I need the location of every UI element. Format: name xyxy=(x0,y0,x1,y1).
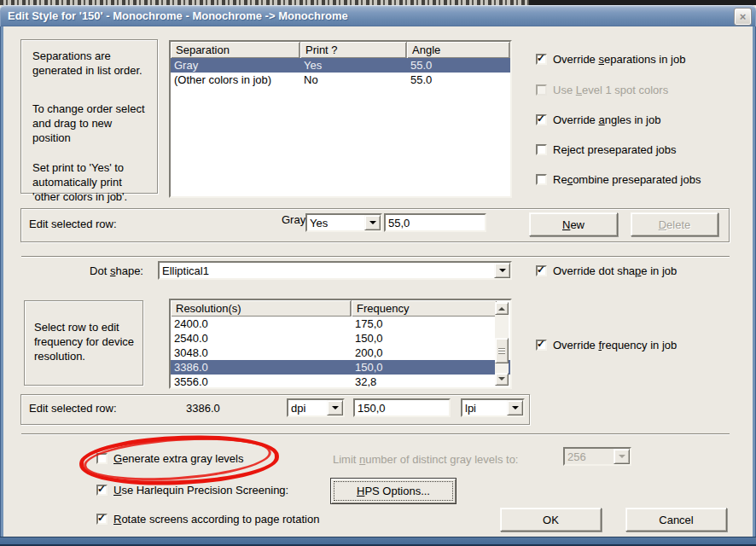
cell-frequency[interactable]: 200,0 xyxy=(352,346,497,360)
resolution-row-selected[interactable]: 3386.0 150,0 xyxy=(171,360,510,375)
column-header-angle[interactable]: Angle xyxy=(407,42,510,58)
dropdown-arrow-icon[interactable] xyxy=(364,215,381,230)
lpi-dropdown-value[interactable]: lpi xyxy=(462,400,507,415)
table-row-gray[interactable]: Gray Yes 55.0 xyxy=(171,58,510,73)
scrollbar-thumb[interactable] xyxy=(495,338,509,363)
resolution-row[interactable]: 2400.0 175,0 xyxy=(171,317,510,331)
column-header-frequency[interactable]: Frequency xyxy=(352,300,497,317)
angle-input[interactable] xyxy=(384,213,486,232)
checkbox-override-separations[interactable]: Override separations in job xyxy=(536,53,685,66)
dropdown-arrow-icon xyxy=(614,449,630,464)
section-separator xyxy=(21,256,730,258)
close-button[interactable]: × xyxy=(734,8,752,26)
checkbox-box[interactable] xyxy=(536,340,547,351)
ok-button[interactable]: OK xyxy=(500,508,602,531)
vertical-scrollbar[interactable] xyxy=(495,302,509,386)
gray-levels-limit-dropdown: 256 xyxy=(563,447,631,466)
checkbox-box[interactable] xyxy=(96,514,108,525)
checkbox-box[interactable] xyxy=(536,54,547,65)
resolution-table-header: Resolution(s) Frequency xyxy=(171,300,510,317)
lpi-unit-dropdown[interactable]: lpi xyxy=(461,398,525,417)
cell-print[interactable]: Yes xyxy=(300,58,407,73)
cell-resolution[interactable]: 3556.0 xyxy=(171,375,352,389)
checkbox-override-frequency[interactable]: Override frequency in job xyxy=(536,339,677,351)
checkbox-box[interactable] xyxy=(96,453,108,464)
checkbox-reject-preseparated[interactable]: Reject preseparated jobs xyxy=(536,143,677,156)
section-separator xyxy=(21,433,730,435)
selected-resolution-value: 3386.0 xyxy=(186,402,220,415)
instruction-paragraph-1: Separations are generated in list order. xyxy=(32,49,150,78)
scroll-up-icon[interactable] xyxy=(495,302,509,315)
frequency-hint-text: Select row to edit frequency for device … xyxy=(25,301,142,363)
window-border-bottom xyxy=(0,537,756,546)
checkbox-use-hps[interactable]: Use Harlequin Precision Screening: xyxy=(96,484,288,497)
checkbox-box[interactable] xyxy=(536,265,547,276)
checkbox-box xyxy=(536,84,547,96)
dropdown-arrow-icon[interactable] xyxy=(507,400,523,415)
checkbox-use-level1-spot-colors: Use Level 1 spot colors xyxy=(536,84,668,96)
instruction-paragraph-2: To change order select and drag to new p… xyxy=(32,102,150,145)
column-header-print[interactable]: Print ? xyxy=(300,42,407,58)
titlebar[interactable]: Edit Style for '150' - Monochrome - Mono… xyxy=(0,5,756,26)
checkbox-box[interactable] xyxy=(536,174,547,185)
cancel-button[interactable]: Cancel xyxy=(625,508,727,531)
resolution-row[interactable]: 3556.0 32,8 xyxy=(171,375,510,389)
checkbox-label: Rotate screens according to page rotatio… xyxy=(113,513,319,526)
checkbox-label: Override separations in job xyxy=(553,53,685,66)
print-dropdown[interactable]: Yes xyxy=(305,213,382,232)
checkbox-label: Use Harlequin Precision Screening: xyxy=(113,484,288,497)
dot-shape-label: Dot shape: xyxy=(68,264,143,277)
checkbox-generate-extra-gray-levels[interactable]: Generate extra gray levels xyxy=(96,452,243,465)
table-row-other-colors[interactable]: (Other colors in job) No 55.0 xyxy=(171,73,510,87)
window-border-right xyxy=(753,26,756,537)
cell-resolution[interactable]: 2400.0 xyxy=(171,317,352,331)
checkbox-override-angles[interactable]: Override angles in job xyxy=(536,113,660,126)
cell-separation[interactable]: (Other colors in job) xyxy=(171,73,300,87)
screen: Edit Style for '150' - Monochrome - Mono… xyxy=(0,0,756,546)
column-header-resolution[interactable]: Resolution(s) xyxy=(171,300,352,317)
cell-angle[interactable]: 55.0 xyxy=(407,73,510,87)
dropdown-arrow-icon[interactable] xyxy=(327,400,343,415)
dot-shape-dropdown[interactable]: Elliptical1 xyxy=(158,261,512,280)
scroll-down-icon[interactable] xyxy=(495,373,509,386)
dpi-dropdown-value[interactable]: dpi xyxy=(288,400,327,415)
new-button-label: New xyxy=(562,218,584,231)
dropdown-arrow-icon[interactable] xyxy=(494,263,510,278)
resolution-table[interactable]: Resolution(s) Frequency 2400.0 175,0 254… xyxy=(169,299,512,389)
frequency-hint-box: Select row to edit frequency for device … xyxy=(24,300,143,386)
checkbox-override-dot-shape[interactable]: Override dot shape in job xyxy=(536,264,677,277)
cell-angle[interactable]: 55.0 xyxy=(407,58,510,73)
checkbox-recombine-preseparated[interactable]: Recombine preseparated jobs xyxy=(536,173,701,186)
cell-frequency[interactable]: 150,0 xyxy=(352,331,497,346)
gray-levels-limit-value: 256 xyxy=(565,449,614,464)
resolution-row[interactable]: 3048.0 200,0 xyxy=(171,346,510,360)
hps-options-button[interactable]: HPS Options... xyxy=(330,478,457,504)
frequency-input[interactable] xyxy=(353,398,451,417)
cell-print[interactable]: No xyxy=(300,73,407,87)
checkbox-label: Use Level 1 spot colors xyxy=(553,84,668,96)
column-header-separation[interactable]: Separation xyxy=(171,42,300,58)
close-icon: × xyxy=(740,11,747,22)
cell-separation[interactable]: Gray xyxy=(171,58,300,73)
separations-instructions-box: Separations are generated in list order.… xyxy=(20,39,158,194)
instruction-paragraph-3: Set print to 'Yes' to automatically prin… xyxy=(32,160,150,204)
checkbox-box[interactable] xyxy=(96,485,108,496)
checkbox-label: Generate extra gray levels xyxy=(113,452,243,465)
cell-frequency[interactable]: 175,0 xyxy=(352,317,497,331)
print-dropdown-value[interactable]: Yes xyxy=(307,215,364,230)
cell-resolution[interactable]: 2540.0 xyxy=(171,331,352,346)
new-button[interactable]: New xyxy=(529,212,618,236)
dpi-unit-dropdown[interactable]: dpi xyxy=(287,398,345,417)
cell-frequency[interactable]: 150,0 xyxy=(352,360,497,375)
checkbox-box[interactable] xyxy=(536,114,547,125)
separations-table[interactable]: Separation Print ? Angle Gray Yes 55.0 (… xyxy=(169,40,512,198)
delete-button-label: Delete xyxy=(659,218,691,231)
dot-shape-dropdown-value[interactable]: Elliptical1 xyxy=(160,263,494,278)
cell-frequency[interactable]: 32,8 xyxy=(352,375,497,389)
checkbox-rotate-screens[interactable]: Rotate screens according to page rotatio… xyxy=(96,513,319,526)
cell-resolution[interactable]: 3048.0 xyxy=(171,346,352,360)
cell-resolution[interactable]: 3386.0 xyxy=(171,360,352,375)
hps-options-button-label: HPS Options... xyxy=(357,485,430,497)
resolution-row[interactable]: 2540.0 150,0 xyxy=(171,331,510,346)
checkbox-box[interactable] xyxy=(536,144,547,155)
